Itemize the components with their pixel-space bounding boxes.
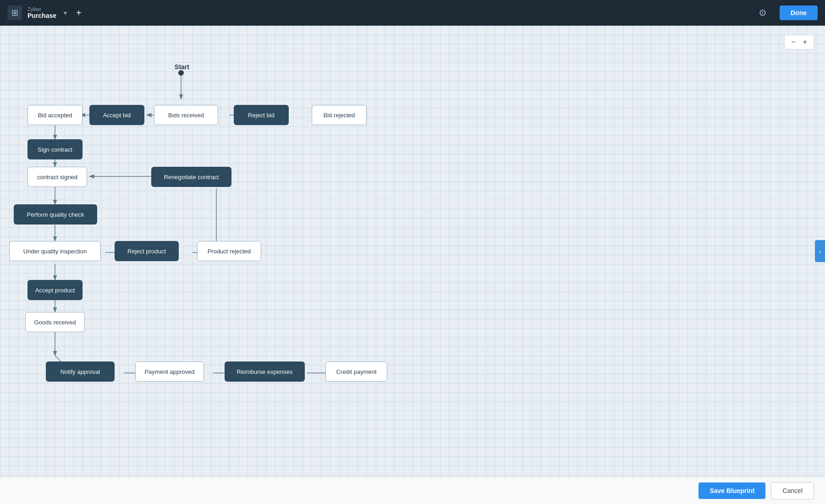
renegotiate-contract-node[interactable]: Renegotiate contract <box>151 167 231 187</box>
settings-button[interactable]: ⚙ <box>759 7 767 18</box>
zoom-controls: − + <box>784 35 814 49</box>
credit-payment-node[interactable]: Credit payment <box>325 362 387 382</box>
app-icon: ⊞ <box>7 5 22 20</box>
reimburse-node[interactable]: Reimburse expenses <box>225 362 305 382</box>
product-rejected-node[interactable]: Product rejected <box>197 241 261 261</box>
title-area: Zylker Purchase <box>28 6 56 19</box>
zoom-out-button[interactable]: − <box>788 37 798 47</box>
app-name: Purchase <box>28 12 56 19</box>
org-name: Zylker <box>28 6 56 12</box>
title-dropdown-button[interactable]: ▾ <box>64 9 67 16</box>
bids-received-node[interactable]: Bids received <box>154 105 218 125</box>
zoom-in-button[interactable]: + <box>800 37 810 47</box>
reject-product-node[interactable]: Reject product <box>115 241 179 261</box>
notify-approval-node[interactable]: Notify approval <box>46 362 115 382</box>
accept-product-node[interactable]: Accept product <box>28 280 82 300</box>
contract-signed-node[interactable]: contract signed <box>28 167 87 187</box>
add-button[interactable]: + <box>76 8 82 18</box>
bid-rejected-node[interactable]: Bid rejected <box>312 105 367 125</box>
perform-qc-node[interactable]: Perform quality check <box>14 204 97 225</box>
payment-approved-node[interactable]: Payment approved <box>135 362 204 382</box>
goods-received-node[interactable]: Goods received <box>25 312 85 332</box>
save-blueprint-button[interactable]: Save Blueprint <box>698 482 765 499</box>
done-button[interactable]: Done <box>780 5 818 20</box>
canvas-area: − + ‹ <box>0 26 825 477</box>
sign-contract-node[interactable]: Sign contract <box>28 139 82 159</box>
footer: Save Blueprint Cancel <box>0 477 825 504</box>
accept-bid-node[interactable]: Accept bid <box>89 105 144 125</box>
collapse-panel-button[interactable]: ‹ <box>815 240 825 262</box>
cancel-button[interactable]: Cancel <box>771 482 814 499</box>
bid-accepted-node[interactable]: Bid accepted <box>28 105 82 125</box>
under-qi-node[interactable]: Under quality inspection <box>9 241 101 261</box>
reject-bid-node[interactable]: Reject bid <box>234 105 289 125</box>
header: ⊞ Zylker Purchase ▾ + ⚙ Done <box>0 0 825 26</box>
